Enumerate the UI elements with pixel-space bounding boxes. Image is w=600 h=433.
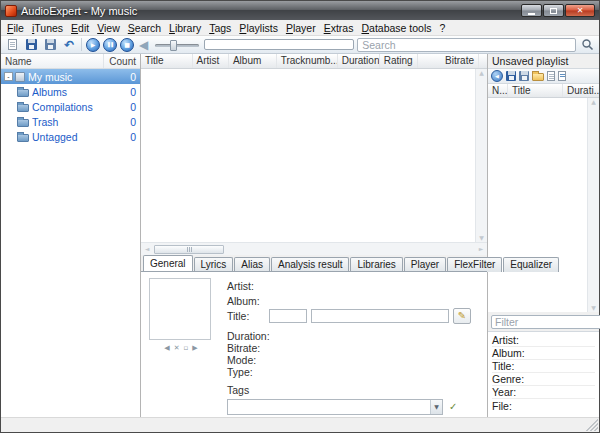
- menu-library[interactable]: Library: [165, 21, 205, 35]
- tab-equalizer[interactable]: Equalizer: [503, 257, 559, 272]
- close-button[interactable]: ✕: [565, 4, 595, 17]
- column-artist[interactable]: Artist: [193, 54, 229, 68]
- scroll-down-icon[interactable]: ▼: [591, 305, 596, 311]
- tree-item-compilations[interactable]: Compilations 0: [1, 99, 140, 114]
- maximize-button[interactable]: [543, 4, 564, 17]
- search-icon[interactable]: [581, 38, 594, 51]
- library-panel: Name Count - My music 0 Albums 0: [1, 54, 141, 417]
- volume-thumb[interactable]: [170, 40, 177, 51]
- cover-prev-icon[interactable]: ◀: [164, 344, 169, 352]
- track-list-area[interactable]: [141, 69, 475, 242]
- playlist-title: Unsaved playlist: [488, 54, 599, 68]
- tree-column-name[interactable]: Name: [1, 54, 104, 68]
- playlist-list-area[interactable]: [488, 98, 587, 312]
- tab-alias[interactable]: Alias: [234, 257, 270, 272]
- tab-general[interactable]: General: [143, 255, 193, 272]
- tree-item-count: 0: [104, 86, 140, 98]
- tree-item-untagged[interactable]: Untagged 0: [1, 129, 140, 144]
- save-all-button[interactable]: [42, 37, 58, 53]
- new-playlist-icon[interactable]: [547, 71, 555, 81]
- playlist-panel: Unsaved playlist ◀ N... Title Durati... …: [488, 54, 599, 417]
- undo-icon: ↶: [64, 39, 74, 51]
- new-page-icon: [8, 39, 17, 50]
- play-button[interactable]: ▶: [86, 38, 100, 52]
- tree-item-my-music[interactable]: - My music 0: [1, 69, 140, 84]
- info-file: File:: [492, 399, 595, 412]
- column-number[interactable]: N...: [488, 84, 508, 97]
- title-number-input[interactable]: [269, 309, 307, 323]
- menu-playlists[interactable]: Playlists: [235, 21, 282, 35]
- filter-input[interactable]: [492, 316, 600, 328]
- save-playlist-icon[interactable]: [506, 71, 516, 81]
- cover-add-icon[interactable]: ▫: [184, 344, 189, 352]
- track-list-horizontal-scrollbar[interactable]: ◄ ►: [141, 242, 487, 255]
- cover-nav: ◀ ✕ ▫ ▶: [149, 344, 213, 352]
- tree-item-label: My music: [28, 71, 104, 83]
- tab-player[interactable]: Player: [404, 257, 446, 272]
- seek-bar[interactable]: [204, 39, 354, 50]
- edit-title-button[interactable]: ✎: [453, 308, 471, 324]
- resize-grip-icon[interactable]: [586, 419, 598, 431]
- scroll-up-icon[interactable]: ▲: [591, 99, 596, 105]
- column-album[interactable]: Album: [229, 54, 277, 68]
- folder-icon: [17, 119, 29, 127]
- apply-tags-icon[interactable]: ✓: [449, 401, 457, 412]
- export-playlist-icon[interactable]: [558, 71, 566, 81]
- title-input[interactable]: [311, 309, 449, 323]
- tree-column-count[interactable]: Count: [104, 56, 140, 67]
- scroll-down-icon[interactable]: ▼: [479, 235, 484, 241]
- menu-player[interactable]: Player: [282, 21, 320, 35]
- pause-button[interactable]: ❚❚: [103, 38, 117, 52]
- menu-file[interactable]: File: [3, 21, 28, 35]
- column-duration[interactable]: Duration: [338, 54, 380, 68]
- track-list-vertical-scrollbar[interactable]: ▲ ▼: [475, 69, 487, 242]
- volume-slider[interactable]: [153, 38, 201, 52]
- tree-item-label: Compilations: [32, 101, 104, 113]
- tree-item-trash[interactable]: Trash 0: [1, 114, 140, 129]
- cover-remove-icon[interactable]: ✕: [174, 344, 180, 352]
- cover-next-icon[interactable]: ▶: [192, 344, 197, 352]
- scrollbar-thumb[interactable]: [154, 245, 224, 254]
- menu-view[interactable]: View: [93, 21, 124, 35]
- tab-lyrics[interactable]: Lyrics: [194, 257, 234, 272]
- tab-libraries[interactable]: Libraries: [350, 257, 402, 272]
- stop-button[interactable]: ■: [120, 38, 134, 52]
- menu-tags[interactable]: Tags: [205, 21, 235, 35]
- tree-expander-icon[interactable]: -: [4, 72, 13, 81]
- menu-search[interactable]: Search: [124, 21, 165, 35]
- column-title[interactable]: Title: [141, 54, 193, 68]
- tab-flexfilter[interactable]: FlexFilter: [447, 257, 502, 272]
- previous-track-icon[interactable]: ◀: [137, 39, 150, 51]
- column-playlist-duration[interactable]: Durati...: [563, 84, 599, 97]
- menu-edit[interactable]: Edit: [67, 21, 93, 35]
- track-panel: Title Artist Album Tracknumb... Duration…: [141, 54, 488, 417]
- open-playlist-icon[interactable]: [532, 73, 544, 81]
- scroll-left-icon[interactable]: ◄: [141, 246, 153, 252]
- dropdown-icon[interactable]: ▼: [430, 400, 442, 414]
- search-input[interactable]: [358, 39, 575, 51]
- minimize-button[interactable]: [521, 4, 542, 17]
- column-rating[interactable]: Rating: [380, 54, 418, 68]
- type-label: Type:: [227, 366, 269, 378]
- menu-database-tools[interactable]: Database tools: [357, 21, 435, 35]
- save-playlist-as-icon[interactable]: [519, 71, 529, 81]
- menu-help[interactable]: ?: [436, 21, 450, 35]
- column-playlist-title[interactable]: Title: [508, 84, 563, 97]
- new-button[interactable]: [4, 37, 20, 53]
- titlebar[interactable]: AudioExpert - My music ✕: [1, 1, 599, 20]
- column-bitrate[interactable]: Bitrate: [418, 54, 479, 68]
- menu-itunes[interactable]: iTunes: [28, 21, 67, 35]
- column-tracknumber[interactable]: Tracknumb...: [277, 54, 338, 68]
- scroll-right-icon[interactable]: ►: [475, 246, 487, 252]
- undo-button[interactable]: ↶: [61, 37, 77, 53]
- save-button[interactable]: [23, 37, 39, 53]
- search-box: [357, 38, 576, 52]
- tab-analysis-result[interactable]: Analysis result: [271, 257, 349, 272]
- playlist-vertical-scrollbar[interactable]: ▲ ▼: [587, 98, 599, 312]
- tree-item-albums[interactable]: Albums 0: [1, 84, 140, 99]
- tags-input[interactable]: [228, 401, 430, 413]
- tree-item-count: 0: [104, 101, 140, 113]
- scroll-up-icon[interactable]: ▲: [479, 70, 484, 76]
- menu-extras[interactable]: Extras: [320, 21, 358, 35]
- playlist-back-icon[interactable]: ◀: [491, 70, 503, 82]
